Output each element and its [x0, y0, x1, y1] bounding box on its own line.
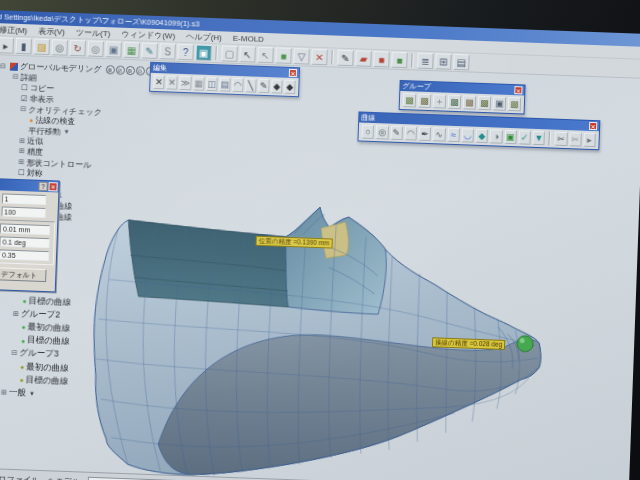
shaded-view-icon[interactable]: ▦: [123, 42, 140, 59]
paste-cells-icon[interactable]: ▦: [193, 76, 205, 90]
dialog-field2-input[interactable]: 100: [1, 206, 45, 218]
toggle-plus-icon[interactable]: ⊕: [125, 66, 134, 75]
green-surface-icon[interactable]: ▣: [504, 130, 517, 144]
pen-nib-icon[interactable]: ✒: [418, 127, 431, 141]
menu-ツール(T)[interactable]: ツール(T): [76, 27, 111, 39]
dialog-factor-input[interactable]: 0.35: [0, 249, 49, 261]
arc-icon[interactable]: ◠: [404, 126, 417, 140]
wireframe-icon[interactable]: ▽: [293, 48, 310, 65]
box-red-icon[interactable]: ■: [373, 51, 390, 68]
blue-wave-icon[interactable]: ≈: [447, 128, 460, 142]
orbit-view-icon[interactable]: ↻: [69, 40, 86, 57]
group-scene-2-icon[interactable]: ▩: [418, 94, 432, 108]
tree-expander-icon[interactable]: ⊞: [1, 388, 7, 396]
tree-expander-icon[interactable]: ⊞: [19, 147, 25, 155]
circle-center-icon[interactable]: ◎: [376, 125, 389, 139]
grid-style-icon[interactable]: ⊞: [435, 53, 452, 70]
group-scene-3-icon[interactable]: ＋: [433, 94, 447, 108]
stroke-icon[interactable]: ╲: [245, 78, 257, 92]
dialog-close-button[interactable]: ✕: [48, 182, 57, 191]
menu-ヘルプ(H)[interactable]: ヘルプ(H): [186, 31, 222, 43]
status-item-model[interactable]: ◉ モデル: [47, 475, 80, 480]
toggle-slash-icon[interactable]: ⊘: [115, 65, 124, 74]
checkbox-icon[interactable]: ☑: [21, 94, 28, 103]
surface-icon[interactable]: S: [159, 43, 176, 60]
toggle-minus-icon[interactable]: ⊖: [135, 66, 144, 75]
blend-orb-icon[interactable]: ◑: [490, 129, 503, 143]
tree-root-expander-icon[interactable]: ⊟: [0, 62, 6, 70]
pencil-curve-icon[interactable]: ✎: [390, 126, 403, 140]
group-scene-4-icon[interactable]: ▩: [448, 95, 462, 109]
group-scene-1-icon[interactable]: ▩: [403, 93, 417, 107]
clipboard-icon[interactable]: ▮: [15, 38, 32, 55]
forward-icon[interactable]: ≫: [179, 76, 191, 90]
delete-x-alt-icon[interactable]: ✕: [166, 75, 178, 89]
group-scene-5-icon[interactable]: ▩: [463, 95, 477, 109]
tree-expander-icon[interactable]: ⊟: [20, 105, 26, 113]
trim-scissors-icon[interactable]: ✂: [555, 132, 568, 146]
sketch-icon[interactable]: ✎: [141, 42, 158, 59]
circle-icon[interactable]: ○: [362, 125, 375, 139]
group-scene-6-icon[interactable]: ▩: [478, 96, 492, 110]
pen-icon[interactable]: ✎: [337, 50, 354, 67]
dialog-default-button[interactable]: デフォルト: [0, 267, 47, 282]
fill-red-icon[interactable]: ▰: [355, 50, 372, 67]
teal-pocket-icon[interactable]: ▼: [532, 131, 545, 145]
dialog-angle-input[interactable]: 0.1 deg: [0, 236, 50, 248]
layers-icon[interactable]: ▤: [219, 77, 231, 91]
line-style-icon[interactable]: ≣: [417, 53, 434, 70]
group-scene-7-icon[interactable]: ▣: [493, 96, 507, 110]
viewport-toggle-icon[interactable]: ▣: [195, 44, 212, 61]
stamp-dark-icon[interactable]: ◆: [271, 79, 283, 93]
zoom-icon[interactable]: ◎: [87, 40, 104, 57]
dialog-help-button[interactable]: ?: [38, 182, 47, 191]
new-page-icon[interactable]: ▢: [221, 45, 238, 62]
status-item-profile[interactable]: ◇ プロファイル: [0, 473, 40, 480]
group-scene-8-icon[interactable]: ▩: [508, 97, 522, 111]
menu-表示(V)[interactable]: 表示(V): [38, 25, 65, 37]
tree-expander-icon[interactable]: ⊞: [13, 310, 19, 318]
pen-icon[interactable]: ✎: [258, 79, 270, 93]
menu-E-MOLD[interactable]: E-MOLD: [233, 33, 264, 43]
dialog-field1-input[interactable]: 1: [1, 193, 45, 205]
select-alt-icon[interactable]: ↖: [257, 47, 274, 64]
green-constraint-marker[interactable]: [517, 335, 534, 352]
more-icon[interactable]: ▸: [583, 133, 596, 147]
tree-expander-icon[interactable]: ⊞: [18, 158, 24, 166]
box-green-icon[interactable]: ■: [391, 52, 408, 69]
dropdown-arrow-icon[interactable]: ▼: [63, 129, 69, 135]
solid-box-icon[interactable]: ■: [275, 47, 292, 64]
menu-ウィンドウ(W)[interactable]: ウィンドウ(W): [121, 28, 175, 41]
spline-icon[interactable]: ∿: [433, 127, 446, 141]
toggle-cross-icon[interactable]: ⊗: [105, 65, 114, 74]
help-icon[interactable]: ?: [177, 44, 194, 61]
tree-expander-icon[interactable]: ⊟: [11, 349, 17, 357]
dialog-distance-input[interactable]: 0.01 mm: [0, 223, 50, 235]
teal-diamond-icon[interactable]: ◆: [475, 129, 488, 143]
edit-toolbar-close-icon[interactable]: ✕: [289, 69, 297, 77]
group-toolbar-close-icon[interactable]: ✕: [514, 86, 522, 94]
stamp-dark-2-icon[interactable]: ◆: [284, 80, 296, 94]
checkbox-icon[interactable]: ☐: [21, 83, 28, 92]
curve-toolbar-close-icon[interactable]: ✕: [589, 122, 597, 130]
tree-expander-icon[interactable]: ⊟: [12, 73, 18, 81]
toolbar-separator: [331, 50, 334, 64]
checkbox-icon[interactable]: ☐: [18, 168, 25, 177]
iso-view-icon[interactable]: ▣: [105, 41, 122, 58]
blue-curve-icon[interactable]: ◡: [461, 128, 474, 142]
tree-expander-icon[interactable]: ⊞: [19, 137, 25, 145]
open-folder-icon[interactable]: ▨: [33, 38, 50, 55]
run-icon[interactable]: ▸: [0, 37, 14, 54]
menu-修正(M)[interactable]: 修正(M): [0, 24, 27, 36]
select-icon[interactable]: ↖: [239, 46, 256, 63]
cube-icon[interactable]: ◫: [206, 77, 218, 91]
delete-x-icon[interactable]: ✕: [153, 75, 165, 89]
zoom-fit-icon[interactable]: ◎: [51, 39, 68, 56]
arch-icon[interactable]: ◠: [232, 78, 244, 92]
dropdown-arrow-icon[interactable]: ▼: [29, 390, 35, 396]
parameters-dialog[interactable]: ? ✕ 動 1 数 100 0.01 mm 0.1 deg 0.35 デフォルト: [0, 178, 60, 292]
props-style-icon[interactable]: ▤: [453, 54, 470, 71]
teal-check-icon[interactable]: ✓: [518, 130, 531, 144]
delete-icon[interactable]: ✕: [311, 49, 328, 66]
trim-scissors-alt-icon[interactable]: ✂: [569, 132, 582, 146]
